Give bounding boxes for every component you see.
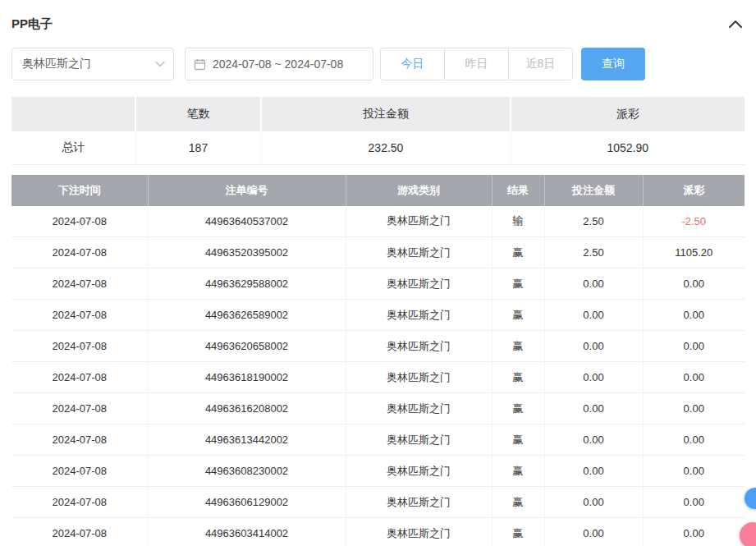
cell-payout: 0.00 [643, 300, 745, 331]
table-row: 2024-07-08 44963616208002 奥林匹斯之门 赢 0.00 … [11, 393, 745, 424]
floating-widget-blue[interactable] [745, 488, 756, 509]
cell-game-category: 奥林匹斯之门 [346, 518, 492, 546]
summary-header-payout: 派彩 [511, 97, 745, 131]
cell-payout: 0.00 [643, 362, 745, 393]
cell-bet-time: 2024-07-08 [11, 237, 148, 268]
date-range-input[interactable]: 2024-07-08 ~ 2024-07-08 [185, 48, 373, 80]
cell-result: 赢 [492, 362, 544, 393]
cell-bet-time: 2024-07-08 [11, 393, 148, 424]
cell-result: 输 [492, 206, 544, 237]
header-game-category: 游戏类别 [346, 175, 492, 206]
cell-payout: 0.00 [643, 331, 745, 362]
panel-title: PP电子 [11, 16, 53, 32]
bet-table-header-row: 下注时间 注单编号 游戏类别 结果 投注金额 派彩 [11, 175, 745, 206]
cell-bet-amount: 0.00 [544, 487, 643, 518]
cell-game-category: 奥林匹斯之门 [346, 331, 492, 362]
summary-table: 笔数 投注金额 派彩 总计 187 232.50 1052.90 [11, 97, 745, 165]
summary-header-blank [11, 97, 135, 131]
chevron-down-icon [155, 61, 165, 67]
header-payout: 派彩 [643, 175, 745, 206]
cell-game-category: 奥林匹斯之门 [346, 393, 492, 424]
summary-total-payout: 1052.90 [511, 131, 745, 164]
today-button[interactable]: 今日 [380, 48, 445, 80]
cell-result: 赢 [492, 331, 544, 362]
header-bet-time: 下注时间 [11, 175, 148, 206]
summary-header-row: 笔数 投注金额 派彩 [11, 97, 745, 131]
cell-order-number: 44963616208002 [148, 393, 346, 424]
table-row: 2024-07-08 44963608230002 奥林匹斯之门 赢 0.00 … [11, 456, 745, 487]
cell-bet-time: 2024-07-08 [11, 487, 148, 518]
cell-payout: 1105.20 [643, 237, 745, 268]
bet-records-table: 下注时间 注单编号 游戏类别 结果 投注金额 派彩 2024-07-08 449… [11, 175, 745, 546]
summary-total-row: 总计 187 232.50 1052.90 [11, 131, 745, 164]
table-row: 2024-07-08 44963606129002 奥林匹斯之门 赢 0.00 … [11, 487, 745, 518]
cell-bet-amount: 0.00 [544, 456, 643, 487]
cell-bet-time: 2024-07-08 [11, 331, 148, 362]
cell-order-number: 44963640537002 [148, 206, 346, 237]
cell-game-category: 奥林匹斯之门 [346, 362, 492, 393]
game-select-value: 奥林匹斯之门 [22, 57, 91, 71]
cell-order-number: 44963606129002 [148, 487, 346, 518]
cell-payout: 0.00 [643, 268, 745, 300]
table-row: 2024-07-08 44963618190002 奥林匹斯之门 赢 0.00 … [11, 362, 745, 393]
cell-payout: 0.00 [643, 393, 745, 424]
cell-game-category: 奥林匹斯之门 [346, 300, 492, 331]
quick-date-button-group: 今日 昨日 近8日 [380, 48, 573, 80]
cell-bet-amount: 0.00 [544, 331, 643, 362]
cell-order-number: 44963520395002 [148, 237, 346, 268]
cell-order-number: 44963618190002 [148, 362, 346, 393]
cell-bet-amount: 0.00 [544, 424, 643, 456]
cell-bet-amount: 0.00 [544, 518, 643, 546]
cell-bet-time: 2024-07-08 [11, 424, 148, 456]
cell-game-category: 奥林匹斯之门 [346, 268, 492, 300]
game-select[interactable]: 奥林匹斯之门 [11, 48, 174, 80]
cell-order-number: 44963608230002 [148, 456, 346, 487]
cell-bet-time: 2024-07-08 [11, 268, 148, 300]
cell-payout: 0.00 [643, 487, 745, 518]
cell-game-category: 奥林匹斯之门 [346, 206, 492, 237]
cell-payout: 0.00 [643, 456, 745, 487]
cell-bet-amount: 2.50 [544, 206, 643, 237]
cell-bet-time: 2024-07-08 [11, 456, 148, 487]
cell-bet-time: 2024-07-08 [11, 362, 148, 393]
collapse-chevron-up-icon[interactable] [726, 15, 745, 33]
cell-result: 赢 [492, 237, 544, 268]
cell-bet-amount: 0.00 [544, 362, 643, 393]
cell-order-number: 44963626589002 [148, 300, 346, 331]
cell-game-category: 奥林匹斯之门 [346, 487, 492, 518]
cell-bet-amount: 0.00 [544, 268, 643, 300]
table-row: 2024-07-08 44963640537002 奥林匹斯之门 输 2.50 … [11, 206, 745, 237]
header-bet-amount: 投注金额 [544, 175, 643, 206]
cell-payout: 0.00 [643, 424, 745, 456]
cell-order-number: 44963603414002 [148, 518, 346, 546]
search-button[interactable]: 查询 [581, 48, 645, 80]
cell-order-number: 44963613442002 [148, 424, 346, 456]
summary-total-count: 187 [135, 131, 261, 164]
cell-result: 赢 [492, 300, 544, 331]
header-order-number: 注单编号 [148, 175, 346, 206]
cell-result: 赢 [492, 487, 544, 518]
cell-order-number: 44963629588002 [148, 268, 346, 300]
cell-payout: 0.00 [643, 518, 745, 546]
last-8-days-button[interactable]: 近8日 [508, 48, 573, 80]
cell-bet-amount: 0.00 [544, 393, 643, 424]
bet-table-body: 2024-07-08 44963640537002 奥林匹斯之门 输 2.50 … [11, 206, 745, 546]
cell-payout: -2.50 [643, 206, 745, 237]
table-row: 2024-07-08 44963603414002 奥林匹斯之门 赢 0.00 … [11, 518, 745, 546]
cell-result: 赢 [492, 456, 544, 487]
cell-result: 赢 [492, 424, 544, 456]
date-range-value: 2024-07-08 ~ 2024-07-08 [213, 57, 343, 71]
cell-result: 赢 [492, 518, 544, 546]
cell-bet-time: 2024-07-08 [11, 206, 148, 237]
panel-header: PP电子 [11, 11, 745, 36]
filter-row: 奥林匹斯之门 2024-07-08 ~ 2024-07-08 今日 昨日 [11, 48, 745, 80]
table-row: 2024-07-08 44963620658002 奥林匹斯之门 赢 0.00 … [11, 331, 745, 362]
cell-game-category: 奥林匹斯之门 [346, 237, 492, 268]
header-result: 结果 [492, 175, 544, 206]
cell-game-category: 奥林匹斯之门 [346, 424, 492, 456]
table-row: 2024-07-08 44963629588002 奥林匹斯之门 赢 0.00 … [11, 268, 745, 300]
yesterday-button[interactable]: 昨日 [444, 48, 509, 80]
summary-header-count: 笔数 [135, 97, 261, 131]
cell-result: 赢 [492, 268, 544, 300]
table-row: 2024-07-08 44963520395002 奥林匹斯之门 赢 2.50 … [11, 237, 745, 268]
